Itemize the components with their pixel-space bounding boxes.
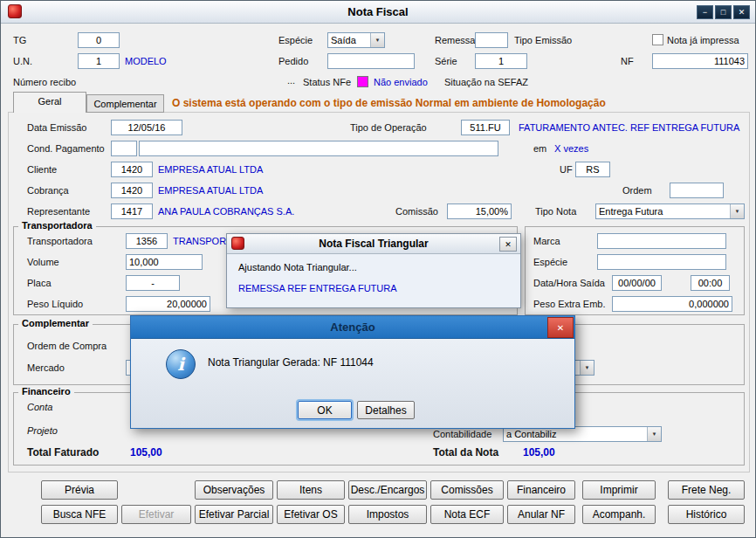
cond-pagamento-code-input[interactable] <box>111 141 137 156</box>
comissoes-button[interactable]: Comissões <box>430 480 504 500</box>
tg-label: TG <box>13 35 26 46</box>
nota-ecf-button[interactable]: Nota ECF <box>430 505 504 524</box>
nota-ja-impressa-checkbox[interactable] <box>652 34 663 45</box>
tg-input[interactable] <box>78 32 120 48</box>
tipo-nota-select[interactable]: Entrega Futura ▼ <box>595 203 745 219</box>
observacoes-button[interactable]: Observações <box>195 480 273 500</box>
nota-fiscal-window: Nota Fiscal − □ ✕ TG Espécie Saída ▼ Rem… <box>0 0 756 538</box>
dialog-nota-fiscal-triangular: Nota Fiscal Triangular ✕ Ajustando Nota … <box>226 233 521 308</box>
data-emissao-input[interactable] <box>111 120 182 135</box>
tab-geral[interactable]: Geral <box>13 92 86 113</box>
busca-nfe-button[interactable]: Busca NFE <box>41 505 118 524</box>
especie-select[interactable]: Saída ▼ <box>327 32 385 48</box>
hora-saida-input[interactable] <box>691 275 730 291</box>
itens-button[interactable]: Itens <box>277 480 345 500</box>
tipo-nota-value: Entrega Futura <box>596 206 730 217</box>
data-saida-input[interactable] <box>612 275 662 291</box>
data-hora-saida-label: Data/Hora Saída <box>533 278 605 289</box>
especie-emb-input[interactable] <box>597 254 726 270</box>
tipo-operacao-desc: FATURAMENTO ANTEC. REF ENTREGA FUTURA <box>519 122 739 134</box>
maximize-button[interactable]: □ <box>715 5 732 19</box>
representante-desc: ANA PAULA COBRANÇAS S.A. <box>158 206 294 217</box>
transportadora-input[interactable] <box>126 233 168 249</box>
chevron-down-icon: ▼ <box>647 427 661 441</box>
ordem-label: Ordem <box>622 185 652 197</box>
placa-input[interactable] <box>126 275 180 291</box>
info-icon: i <box>166 349 196 379</box>
pedido-label: Pedido <box>278 56 308 67</box>
comissao-input[interactable] <box>447 203 512 219</box>
chevron-down-icon: ▼ <box>580 361 594 375</box>
minimize-icon: − <box>703 8 707 17</box>
detalhes-button[interactable]: Detalhes <box>357 401 415 419</box>
impostos-button[interactable]: Impostos <box>348 505 427 524</box>
minimize-button[interactable]: − <box>697 5 713 19</box>
efetivar-parcial-button[interactable]: Efetivar Parcial <box>195 505 273 524</box>
tipo-operacao-input[interactable] <box>461 120 510 135</box>
financeiro-group-caption: Financeiro <box>18 386 74 397</box>
vezes-value: X vezes <box>554 143 588 155</box>
dialog-message: Ajustando Nota Triangular... <box>238 262 357 272</box>
tab-complementar[interactable]: Complementar <box>86 94 164 113</box>
especie-value: Saída <box>328 35 370 45</box>
peso-extra-input[interactable] <box>612 296 732 312</box>
uf-input[interactable] <box>575 162 610 177</box>
imprimir-button[interactable]: Imprimir <box>582 480 656 500</box>
especie-label: Espécie <box>278 35 313 46</box>
uf-label: UF <box>560 164 573 176</box>
cobranca-input[interactable] <box>111 183 153 198</box>
efetivar-button: Efetivar <box>121 505 191 524</box>
em-label: em <box>533 143 546 155</box>
serie-input[interactable] <box>475 53 527 69</box>
transportadora-label: Transportadora <box>27 236 93 247</box>
un-desc: MODELO <box>125 56 167 67</box>
peso-extra-label: Peso Extra Emb. <box>533 299 606 310</box>
close-button[interactable]: ✕ <box>499 237 517 252</box>
nf-label: NF <box>621 56 634 67</box>
cliente-desc: EMPRESA ATUAL LTDA <box>158 164 263 176</box>
cond-pagamento-label: Cond. Pagamento <box>27 143 105 155</box>
complementar-group-caption: Complementar <box>18 318 93 328</box>
previa-button[interactable]: Prévia <box>41 480 118 500</box>
ok-button[interactable]: OK <box>298 401 352 419</box>
remessa-input[interactable] <box>475 32 508 48</box>
peso-liquido-input[interactable] <box>126 296 210 312</box>
chevron-down-icon: ▼ <box>370 33 384 47</box>
close-button[interactable]: ✕ <box>733 5 750 19</box>
total-faturado-value: 105,00 <box>130 447 162 459</box>
volume-label: Volume <box>27 257 59 268</box>
numero-recibo-label: Número recibo <box>13 77 76 88</box>
remessa-label: Remessa <box>435 35 475 46</box>
maximize-icon: □ <box>721 8 725 17</box>
ordem-input[interactable] <box>670 183 724 198</box>
pedido-input[interactable] <box>327 53 415 69</box>
data-emissao-label: Data Emissão <box>27 122 86 134</box>
close-button[interactable]: ✕ <box>547 317 574 338</box>
historico-button[interactable]: Histórico <box>668 505 745 524</box>
recibo-browse-button[interactable]: ... <box>287 75 295 86</box>
anular-nf-button[interactable]: Anular NF <box>507 505 575 524</box>
cond-pagamento-desc-input[interactable] <box>139 141 498 156</box>
dialog-titlebar: Atenção <box>131 316 574 339</box>
marca-input[interactable] <box>597 233 726 249</box>
un-input[interactable] <box>78 53 120 69</box>
volume-input[interactable] <box>126 254 203 270</box>
efetivar-os-button[interactable]: Efetivar OS <box>277 505 345 524</box>
cliente-input[interactable] <box>111 162 153 177</box>
conta-label: Conta <box>27 402 52 413</box>
desc-encargos-button[interactable]: Desc./Encargos <box>348 480 427 500</box>
cobranca-label: Cobrança <box>27 185 69 197</box>
nf-input[interactable] <box>652 53 748 69</box>
window-titlebar: Nota Fiscal − □ ✕ <box>1 1 755 24</box>
frete-neg-button[interactable]: Frete Neg. <box>668 480 745 500</box>
dialog-title: Atenção <box>131 321 574 334</box>
dialog-atencao: Atenção ✕ i Nota Triangular Gerada: NF 1… <box>130 315 575 429</box>
close-icon: ✕ <box>505 240 512 249</box>
status-nfe-value: Não enviado <box>374 77 428 88</box>
financeiro-button[interactable]: Financeiro <box>507 480 575 500</box>
status-nfe-label: Status NFe <box>303 77 351 88</box>
close-icon: ✕ <box>739 8 746 17</box>
dialog-message: Nota Triangular Gerada: NF 111044 <box>208 356 374 369</box>
representante-input[interactable] <box>111 203 153 219</box>
acompanh-button[interactable]: Acompanh. <box>582 505 656 524</box>
